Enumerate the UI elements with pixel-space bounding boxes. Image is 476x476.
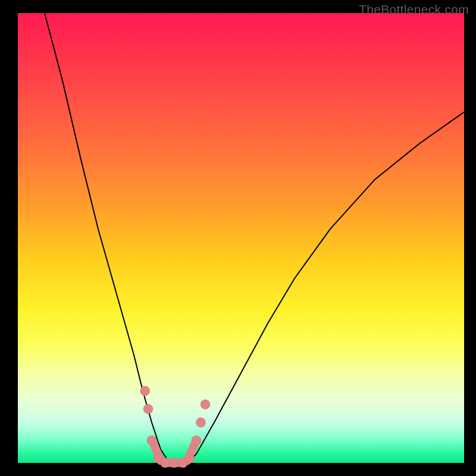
watermark-label: TheBottleneck.com — [359, 2, 469, 17]
chart-canvas: TheBottleneck.com — [0, 0, 476, 476]
plot-gradient-background — [18, 13, 464, 463]
